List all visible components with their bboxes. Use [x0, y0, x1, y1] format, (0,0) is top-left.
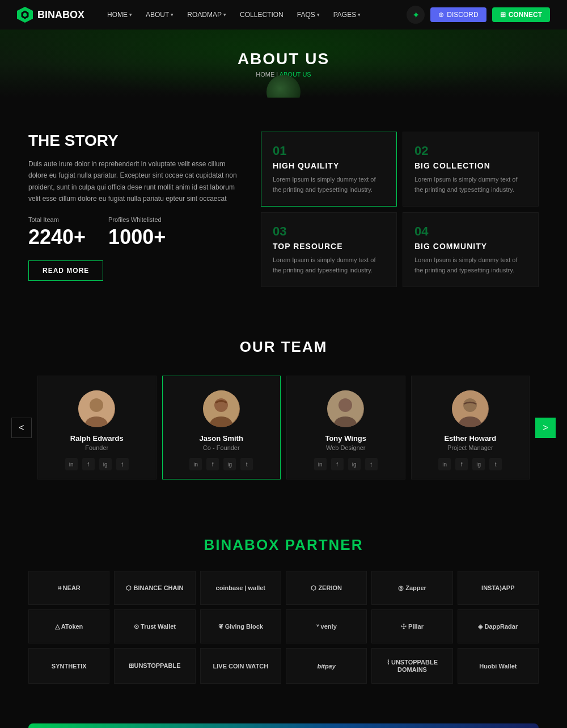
telegram-icon[interactable]: t	[116, 458, 129, 470]
community-section: JOIN OUR COMMUNITY Lorem Ipsum is simply…	[28, 723, 539, 728]
partner-livecoinwatch[interactable]: LIVE COIN WATCH	[200, 648, 281, 684]
story-title: THE STORY	[28, 132, 244, 150]
stats-row: Total Iteam 2240+ Profiles Whitelisted 1…	[28, 216, 244, 249]
feature-desc: Lorem Ipsum is simply dummy text of the …	[273, 175, 385, 195]
partner-title: BINABOX PARTNER	[28, 536, 539, 554]
team-member-role: Founder	[46, 444, 147, 451]
team-card-jason: Jason Smith Co - Founder in f ig t	[162, 376, 281, 479]
social-icons: in f ig t	[420, 458, 521, 470]
partner-synthetix[interactable]: SYNTHETIX	[28, 648, 109, 684]
partner-near[interactable]: ⌗ NEAR	[28, 571, 109, 605]
feature-desc: Lorem Ipsum is simply dummy text of the …	[414, 255, 527, 275]
social-icons: in f ig t	[295, 458, 396, 470]
telegram-icon[interactable]: t	[365, 458, 378, 470]
team-member-role: Web Designer	[295, 444, 396, 451]
feature-num: 02	[414, 144, 527, 158]
nav-about[interactable]: ABOUT ▾	[140, 7, 179, 22]
telegram-icon[interactable]: t	[489, 458, 502, 470]
feature-title: HIGH QUAILITY	[273, 161, 385, 170]
star-icon[interactable]: ✦	[407, 6, 425, 24]
carousel-next-button[interactable]: >	[535, 418, 556, 438]
team-card-tony: Tony Wings Web Designer in f ig t	[286, 376, 405, 479]
social-icons: in f ig t	[46, 458, 147, 470]
connect-button[interactable]: ⊞ CONNECT	[492, 7, 550, 22]
nav-faqs[interactable]: FAQS ▾	[291, 7, 325, 22]
story-features: 01 HIGH QUAILITY Lorem Ipsum is simply d…	[261, 132, 539, 287]
partner-bitpay[interactable]: bitpay	[286, 648, 367, 684]
feature-card-2: 02 BIG COLLECTION Lorem Ipsum is simply …	[403, 132, 539, 207]
instagram-icon[interactable]: ig	[223, 458, 236, 470]
profiles-stat: Profiles Whitelisted 1000+	[108, 216, 166, 249]
partner-zapper[interactable]: ◎ Zapper	[371, 571, 452, 605]
instagram-icon[interactable]: ig	[472, 458, 485, 470]
team-member-role: Co - Founder	[171, 444, 272, 451]
nav-home[interactable]: HOME ▾	[101, 7, 138, 22]
page-title: ABOUT US	[238, 50, 329, 68]
avatar-esther	[452, 390, 489, 427]
telegram-icon[interactable]: t	[240, 458, 253, 470]
chevron-down-icon: ▾	[171, 12, 174, 18]
partner-binance[interactable]: ⬡ BINANCE CHAIN	[114, 571, 195, 605]
team-member-name: Jason Smith	[171, 434, 272, 443]
partner-unstoppabledomains[interactable]: ⌇ UNSTOPPABLE DOMAINS	[371, 648, 452, 684]
profiles-value: 1000+	[108, 225, 166, 249]
svg-point-10	[463, 398, 477, 412]
carousel-prev-button[interactable]: <	[11, 418, 32, 438]
wallet-icon: ⊞	[500, 11, 506, 19]
feature-num: 04	[414, 224, 527, 239]
nav-roadmap[interactable]: ROADMAP ▾	[181, 7, 232, 22]
partner-atoken[interactable]: △ AToken	[28, 609, 109, 643]
facebook-icon[interactable]: f	[331, 458, 344, 470]
partner-dappradar[interactable]: ◈ DappRadar	[458, 609, 539, 643]
discord-button[interactable]: ⊕ DISCORD	[430, 7, 486, 22]
social-icons: in f ig t	[171, 458, 272, 470]
partner-title-rest: PARTNER	[280, 536, 363, 553]
linkedin-icon[interactable]: in	[189, 458, 202, 470]
discord-icon: ⊕	[438, 11, 444, 19]
partner-trustwallet[interactable]: ⊙ Trust Wallet	[114, 609, 195, 643]
partner-title-brand: BINABOX	[204, 536, 280, 553]
feature-card-1: 01 HIGH QUAILITY Lorem Ipsum is simply d…	[261, 132, 397, 207]
feature-title: BIG COLLECTION	[414, 161, 527, 170]
partner-givingblock[interactable]: ❦ Giving Block	[200, 609, 281, 643]
team-member-name: Tony Wings	[295, 434, 396, 443]
partner-venly[interactable]: ᵛ venly	[286, 609, 367, 643]
partner-instaapp[interactable]: INSTA)APP	[458, 571, 539, 605]
nav-right: ✦ ⊕ DISCORD ⊞ CONNECT	[407, 6, 550, 24]
linkedin-icon[interactable]: in	[65, 458, 78, 470]
feature-desc: Lorem Ipsum is simply dummy text of the …	[414, 175, 527, 195]
logo[interactable]: BINABOX	[17, 7, 84, 23]
partner-huobi[interactable]: Huobi Wallet	[458, 648, 539, 684]
team-carousel: < Ralph Edwards Founder in f ig t	[11, 376, 556, 479]
partner-unstoppable[interactable]: ⊞UNSTOPPABLE	[114, 648, 195, 684]
instagram-icon[interactable]: ig	[348, 458, 361, 470]
partner-pillar[interactable]: ☩ Pillar	[371, 609, 452, 643]
nav-collection[interactable]: COLLECTION	[234, 7, 289, 22]
story-left: THE STORY Duis aute irure dolor in repre…	[28, 132, 244, 287]
linkedin-icon[interactable]: in	[438, 458, 451, 470]
profiles-label: Profiles Whitelisted	[108, 216, 166, 223]
avatar-tony	[327, 390, 364, 427]
nav-links: HOME ▾ ABOUT ▾ ROADMAP ▾ COLLECTION FAQS…	[101, 7, 395, 22]
linkedin-icon[interactable]: in	[314, 458, 327, 470]
team-section: OUR TEAM < Ralph Edwards Founder in f ig	[0, 310, 567, 508]
avatar-jason	[203, 390, 240, 427]
chevron-down-icon: ▾	[129, 12, 132, 18]
partner-coinbase[interactable]: coinbase | wallet	[200, 571, 281, 605]
chevron-down-icon: ▾	[223, 12, 226, 18]
total-value: 2240+	[28, 225, 86, 249]
navbar: BINABOX HOME ▾ ABOUT ▾ ROADMAP ▾ COLLECT…	[0, 0, 567, 30]
story-section: THE STORY Duis aute irure dolor in repre…	[0, 98, 567, 310]
story-description: Duis aute irure dolor in reprehenderit i…	[28, 158, 244, 205]
facebook-icon[interactable]: f	[455, 458, 468, 470]
team-cards: Ralph Edwards Founder in f ig t	[32, 376, 535, 479]
instagram-icon[interactable]: ig	[99, 458, 112, 470]
team-member-name: Ralph Edwards	[46, 434, 147, 443]
partner-zerion[interactable]: ⬡ ZERION	[286, 571, 367, 605]
feature-num: 03	[273, 224, 385, 239]
facebook-icon[interactable]: f	[82, 458, 95, 470]
breadcrumb-home[interactable]: HOME	[256, 71, 274, 78]
read-more-button[interactable]: READ MORE	[28, 260, 103, 281]
facebook-icon[interactable]: f	[206, 458, 219, 470]
nav-pages[interactable]: PAGES ▾	[328, 7, 366, 22]
